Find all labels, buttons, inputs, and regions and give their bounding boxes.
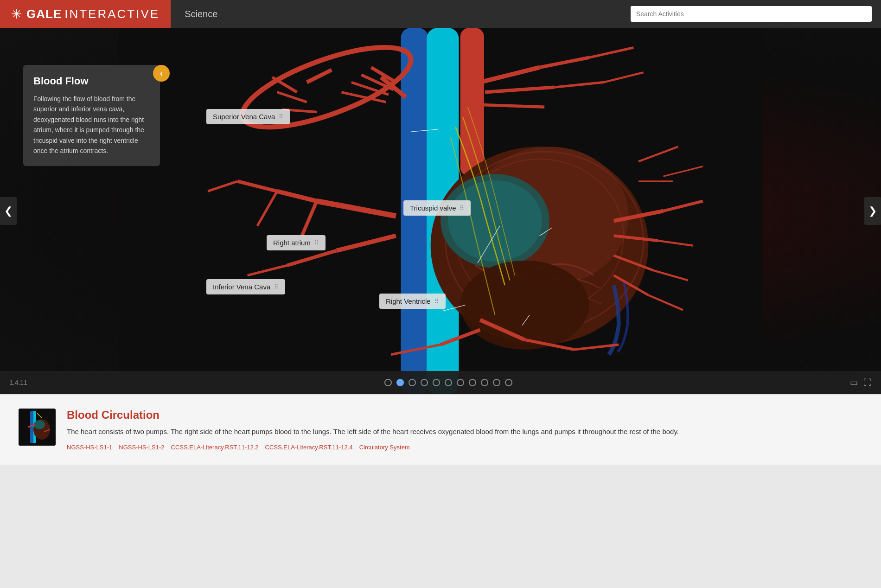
dot-4[interactable] [433,379,440,386]
next-arrow[interactable]: ❯ [864,197,881,225]
info-title: Blood Circulation [67,409,679,422]
dot-1[interactable] [396,379,404,386]
info-section: Blood Circulation The heart consists of … [0,394,881,465]
interactive-text: INTERACTIVE [64,7,160,21]
tag-circulatory-system[interactable]: Circulatory System [359,444,410,451]
drag-icon: ⠿ [460,205,464,211]
header-science: Science [171,9,231,19]
collapse-button[interactable]: ‹ [153,65,170,82]
bottom-bar: 1.4.11 ▭ ⛶ [0,371,881,394]
header: ✳ GALE INTERACTIVE Science [0,0,881,28]
tag-ccss-rst-12-4[interactable]: CCSS.ELA-Literacy.RST.11-12.4 [265,444,353,451]
search-input[interactable] [631,6,872,22]
prev-icon: ❮ [4,205,13,217]
tag-ngss-ls1-1[interactable]: NGSS-HS-LS1-1 [67,444,112,451]
tag-ccss-rst-12-2[interactable]: CCSS.ELA-Literacy.RST.11-12.2 [171,444,259,451]
dot-5[interactable] [445,379,452,386]
viewer-container: Blood Flow Following the flow of blood f… [0,28,881,394]
drag-icon: ⠿ [274,283,279,290]
label-right-ventricle[interactable]: Right Ventricle ⠿ [379,294,446,309]
info-row: Blood Circulation The heart consists of … [19,409,862,451]
header-logo: ✳ GALE INTERACTIVE [0,0,171,28]
tags-row: NGSS-HS-LS1-1 NGSS-HS-LS1-2 CCSS.ELA-Lit… [67,444,679,451]
label-text: Superior Vena Cava [213,113,275,121]
label-right-atrium[interactable]: Right atrium ⠿ [267,235,326,250]
snowflake-icon: ✳ [11,6,22,22]
info-panel: Blood Flow Following the flow of blood f… [23,65,160,166]
drag-icon: ⠿ [314,239,319,246]
label-inferior-vena-cava[interactable]: Inferior Vena Cava ⠿ [206,279,285,294]
rect-icon[interactable]: ▭ [850,377,858,388]
header-search[interactable] [631,6,872,22]
drag-icon: ⠿ [279,113,283,120]
info-body: The heart consists of two pumps. The rig… [67,426,679,437]
drag-icon: ⠿ [434,298,439,305]
dot-10[interactable] [505,379,512,386]
dot-0[interactable] [384,379,392,386]
label-superior-vena-cava[interactable]: Superior Vena Cava ⠿ [206,109,290,124]
svg-rect-60 [30,411,33,443]
gale-text: GALE [26,7,62,21]
svg-rect-2 [460,28,484,176]
dot-9[interactable] [493,379,500,386]
dot-7[interactable] [469,379,476,386]
collapse-icon: ‹ [160,69,163,78]
info-panel-body: Following the flow of blood from the sup… [33,94,150,156]
label-text: Right atrium [273,239,311,247]
svg-point-62 [34,420,45,429]
expand-icon[interactable]: ⛶ [863,378,872,388]
next-icon: ❯ [868,205,877,217]
label-text: Inferior Vena Cava [213,283,270,291]
svg-point-36 [460,261,589,350]
dot-2[interactable] [409,379,416,386]
bottom-controls: ▭ ⛶ [850,377,872,388]
label-tricuspid-valve[interactable]: Tricuspid valve ⠿ [403,200,471,216]
version-label: 1.4.11 [9,379,46,386]
info-content: Blood Circulation The heart consists of … [67,409,679,451]
dots-container [46,379,850,386]
label-text: Tricuspid valve [410,204,456,212]
dot-6[interactable] [457,379,464,386]
label-text: Right Ventricle [386,297,431,305]
dot-3[interactable] [421,379,428,386]
heart-thumbnail [19,409,56,446]
tag-ngss-ls1-2[interactable]: NGSS-HS-LS1-2 [119,444,164,451]
info-panel-title: Blood Flow [33,75,150,87]
prev-arrow[interactable]: ❮ [0,197,17,225]
dot-8[interactable] [481,379,488,386]
